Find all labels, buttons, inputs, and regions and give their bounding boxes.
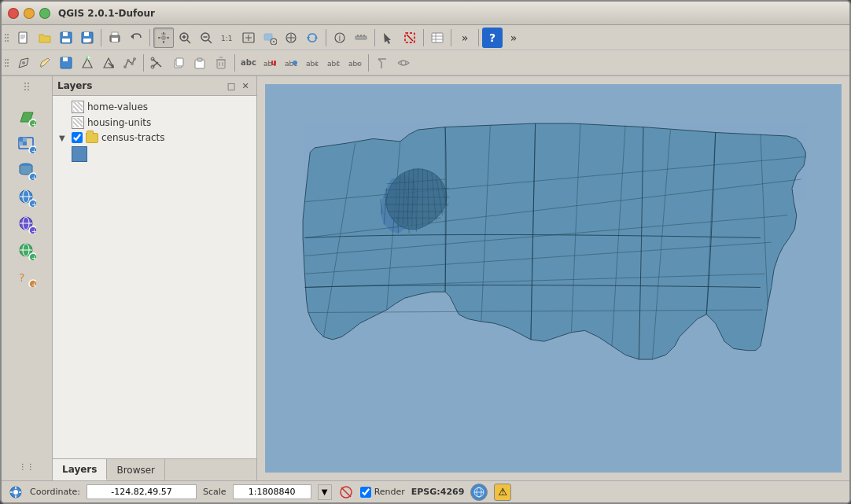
- tab-browser[interactable]: Browser: [107, 459, 165, 480]
- identify-button[interactable]: i: [330, 28, 350, 48]
- sep-3: [326, 29, 326, 46]
- scale-dropdown-button[interactable]: ▼: [318, 484, 332, 500]
- svg-line-160: [341, 487, 351, 497]
- measure-button[interactable]: [351, 28, 371, 48]
- zoom-actual-button[interactable]: 1:1: [217, 28, 238, 48]
- refresh-button[interactable]: [302, 28, 322, 48]
- label-tool-4-button[interactable]: abc: [302, 53, 322, 73]
- scale-label: Scale: [203, 487, 227, 497]
- minimize-button[interactable]: [24, 8, 35, 19]
- label-tool-5-button[interactable]: abc↕: [323, 53, 344, 73]
- svg-rect-89: [23, 138, 27, 142]
- print-button[interactable]: [105, 28, 125, 48]
- sep-5: [423, 29, 424, 46]
- map-area[interactable]: [257, 76, 849, 480]
- save-layer-edits-button[interactable]: [56, 53, 76, 73]
- svg-rect-8: [84, 32, 89, 36]
- zoom-in-button[interactable]: [175, 28, 195, 48]
- undo-button[interactable]: [126, 28, 146, 48]
- warning-button[interactable]: ⚠: [494, 484, 511, 501]
- render-checkbox[interactable]: [360, 487, 371, 498]
- label-tool-3-button[interactable]: abc: [281, 53, 301, 73]
- extend-button[interactable]: »: [503, 28, 524, 48]
- add-other-layer-button[interactable]: ?+: [14, 265, 39, 290]
- layer-item-housing-units[interactable]: housing-units: [56, 115, 253, 131]
- svg-rect-42: [432, 33, 443, 42]
- layers-help-button[interactable]: □: [225, 79, 238, 92]
- add-vector-layer-button[interactable]: +: [14, 105, 39, 130]
- layer-item-census-tracts[interactable]: ▼ census-tracts: [56, 131, 253, 145]
- window-controls: [8, 8, 50, 19]
- close-button[interactable]: [8, 8, 19, 19]
- epsg-value: EPSG:4269: [411, 487, 465, 497]
- add-wcs-layer-button[interactable]: +: [14, 238, 39, 263]
- edit-pencil-button[interactable]: [35, 53, 55, 73]
- svg-text:+: +: [31, 281, 36, 287]
- show-hide-button[interactable]: [393, 53, 414, 73]
- new-project-button[interactable]: [13, 28, 34, 48]
- save-project-button[interactable]: [56, 28, 76, 48]
- svg-point-154: [13, 490, 18, 495]
- toolbar-grip-2: [5, 54, 11, 72]
- open-project-button[interactable]: [35, 28, 55, 48]
- layer-icon-housing-units: [72, 116, 84, 129]
- sep-10: [368, 54, 369, 72]
- delete-selected-button[interactable]: [211, 53, 231, 73]
- svg-rect-65: [217, 60, 225, 68]
- svg-rect-91: [23, 142, 27, 145]
- paste-features-button[interactable]: [190, 53, 210, 73]
- add-db-layer-button[interactable]: +: [14, 158, 39, 183]
- svg-rect-13: [112, 32, 118, 35]
- pin-button[interactable]: [372, 53, 392, 73]
- digitize-button[interactable]: [13, 53, 34, 73]
- attr-table-button[interactable]: [427, 28, 448, 48]
- add-wms-layer-button[interactable]: +: [14, 185, 39, 210]
- wcs-layer-group: +: [14, 238, 39, 263]
- tab-layers[interactable]: Layers: [53, 459, 107, 480]
- label-tool-2-button[interactable]: abc!: [260, 53, 280, 73]
- layers-list: home-values housing-units ▼ census-tract…: [53, 96, 256, 458]
- select-button[interactable]: [378, 28, 399, 48]
- window-title: QGIS 2.0.1-Dufour: [58, 8, 155, 19]
- cut-features-button[interactable]: [147, 53, 168, 73]
- zoom-selection-button[interactable]: [260, 28, 280, 48]
- help-button[interactable]: ?: [482, 28, 503, 48]
- toolbars: + 1:1: [2, 25, 849, 76]
- save-as-button[interactable]: +: [77, 28, 98, 48]
- census-tracts-expand-icon[interactable]: ▼: [59, 134, 68, 142]
- census-tracts-visibility-checkbox[interactable]: [72, 132, 83, 143]
- statusbar: Coordinate: -124.82,49.57 Scale 1:180884…: [2, 480, 849, 502]
- label-tool-1-button[interactable]: abc: [238, 53, 259, 73]
- render-checkbox-container: Render: [360, 487, 405, 498]
- svg-text:!: !: [272, 61, 274, 68]
- crs-globe-button[interactable]: [470, 484, 488, 501]
- pan-tool-button[interactable]: [153, 28, 174, 48]
- coordinate-value[interactable]: -124.82,49.57: [87, 484, 197, 499]
- panel-tabs: Layers Browser: [53, 458, 256, 480]
- main-content: + + + + +: [2, 76, 849, 480]
- copy-features-button[interactable]: [168, 53, 189, 73]
- pan-to-selection-button[interactable]: [281, 28, 301, 48]
- zoom-out-button[interactable]: [196, 28, 216, 48]
- more-button[interactable]: »: [455, 28, 475, 48]
- collapse-panel-button[interactable]: ⋮⋮: [19, 462, 35, 471]
- scale-value[interactable]: 1:1808840: [233, 484, 311, 499]
- layers-close-button[interactable]: ✕: [239, 79, 252, 92]
- other-layer-group: ?+: [14, 265, 39, 290]
- move-feature-button[interactable]: [98, 53, 119, 73]
- label-tool-6-button[interactable]: abc↔: [344, 53, 365, 73]
- svg-rect-49: [63, 57, 68, 61]
- add-wfs-layer-button[interactable]: +: [14, 212, 39, 237]
- zoom-full-button[interactable]: [238, 28, 259, 48]
- node-tool-button[interactable]: [120, 53, 140, 73]
- svg-rect-5: [63, 32, 68, 36]
- deselect-button[interactable]: [400, 28, 420, 48]
- layers-header-buttons: □ ✕: [225, 79, 252, 92]
- location-icon[interactable]: [8, 484, 24, 500]
- add-feature-button[interactable]: +: [77, 53, 98, 73]
- no-rotation-icon[interactable]: [338, 484, 354, 500]
- layer-item-home-values[interactable]: home-values: [56, 99, 253, 115]
- maximize-button[interactable]: [39, 8, 50, 19]
- left-panel: + + + + +: [2, 76, 53, 480]
- add-raster-layer-button[interactable]: +: [14, 131, 39, 156]
